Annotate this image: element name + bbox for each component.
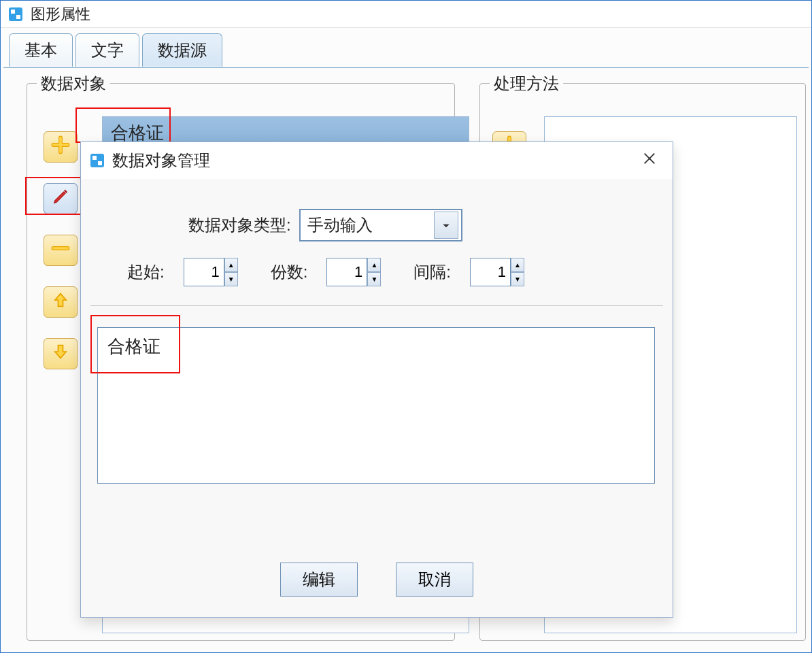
- type-label: 数据对象类型:: [188, 214, 291, 236]
- start-input[interactable]: [184, 258, 224, 286]
- chevron-down-icon: [441, 216, 451, 235]
- svg-rect-5: [98, 161, 102, 165]
- dialog-body: 数据对象类型: 手动输入 起始: ▲ ▼ 份数: ▲: [81, 179, 673, 617]
- combo-dropdown-button[interactable]: [434, 212, 458, 239]
- dialog-titlebar: 数据对象管理: [81, 142, 673, 179]
- copies-down-button[interactable]: ▼: [367, 272, 381, 286]
- dialog-title: 数据对象管理: [112, 150, 210, 171]
- type-value: 手动输入: [307, 214, 373, 236]
- move-up-button[interactable]: [44, 286, 78, 318]
- remove-button[interactable]: [44, 235, 78, 266]
- caret-up-icon: ▲: [514, 262, 521, 269]
- copies-label: 份数:: [271, 261, 308, 283]
- edit-button[interactable]: 编辑: [280, 563, 358, 597]
- content-textarea[interactable]: 合格证: [97, 327, 655, 484]
- copies-up-button[interactable]: ▲: [367, 258, 381, 272]
- svg-rect-1: [11, 10, 15, 14]
- gap-down-button[interactable]: ▼: [511, 272, 524, 286]
- row-type: 数据对象类型: 手动输入: [188, 209, 462, 241]
- tab-datasource[interactable]: 数据源: [142, 33, 222, 67]
- add-button[interactable]: [44, 131, 78, 163]
- start-down-button[interactable]: ▼: [224, 272, 238, 286]
- pencil-icon: [51, 187, 70, 210]
- app-icon: [89, 152, 105, 169]
- caret-up-icon: ▲: [371, 262, 377, 269]
- plus-icon: [51, 135, 70, 158]
- move-down-button[interactable]: [44, 338, 78, 369]
- caret-down-icon: ▼: [371, 276, 377, 283]
- data-object-dialog: 数据对象管理 数据对象类型: 手动输入 起始: ▲ ▼: [80, 141, 673, 618]
- tabstrip: 基本 文字 数据源: [1, 32, 811, 66]
- group-processing-title: 处理方法: [490, 73, 563, 95]
- tab-basic[interactable]: 基本: [9, 33, 73, 67]
- group-data-objects-title: 数据对象: [37, 73, 110, 95]
- data-icon-column: [44, 131, 78, 369]
- type-combo[interactable]: 手动输入: [299, 209, 462, 241]
- edit-button[interactable]: [44, 183, 78, 214]
- close-button[interactable]: [639, 150, 660, 171]
- arrow-down-icon: [51, 342, 70, 365]
- start-label: 起始:: [127, 261, 165, 283]
- app-icon: [7, 6, 24, 22]
- window-title: 图形属性: [31, 4, 90, 24]
- gap-up-button[interactable]: ▲: [511, 258, 524, 272]
- main-titlebar: 图形属性: [1, 1, 811, 28]
- row-numbers: 起始: ▲ ▼ 份数: ▲ ▼ 间隔: ▲: [127, 258, 524, 286]
- gap-spinner: ▲ ▼: [470, 258, 524, 286]
- copies-input[interactable]: [326, 258, 367, 286]
- caret-up-icon: ▲: [228, 262, 235, 269]
- cancel-button[interactable]: 取消: [396, 563, 473, 597]
- start-up-button[interactable]: ▲: [224, 258, 238, 272]
- start-spinner: ▲ ▼: [184, 258, 238, 286]
- dialog-buttons: 编辑 取消: [81, 563, 673, 597]
- divider: [90, 305, 663, 306]
- caret-down-icon: ▼: [228, 276, 235, 283]
- copies-spinner: ▲ ▼: [326, 258, 381, 286]
- caret-down-icon: ▼: [514, 276, 521, 283]
- tab-text[interactable]: 文字: [75, 33, 139, 67]
- minus-icon: [51, 239, 70, 262]
- gap-label: 间隔:: [413, 261, 451, 283]
- gap-input[interactable]: [470, 258, 511, 286]
- close-icon: [642, 151, 657, 170]
- arrow-up-icon: [51, 290, 70, 314]
- svg-rect-4: [92, 156, 97, 160]
- svg-rect-2: [16, 15, 20, 19]
